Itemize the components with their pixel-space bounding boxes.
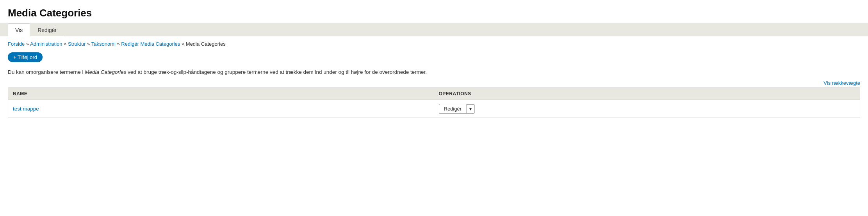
tab-rediger[interactable]: Redigér xyxy=(30,23,64,36)
tabs-bar: Vis Redigér xyxy=(0,23,868,36)
add-word-button[interactable]: + Tilføj ord xyxy=(8,52,43,62)
row-name-link[interactable]: test mappe xyxy=(13,106,39,112)
breadcrumb-link-administration[interactable]: Administration xyxy=(30,41,62,47)
page-title: Media Categories xyxy=(0,0,868,23)
breadcrumb-link-taksonomi[interactable]: Taksonomi xyxy=(91,41,116,47)
breadcrumb-link-rediger-media[interactable]: Redigér Media Categories xyxy=(121,41,180,47)
vis-raekkevaegte-link[interactable]: Vis rækkevægte xyxy=(823,80,860,86)
col-header-operations: OPERATIONS xyxy=(434,88,860,100)
vis-raekkevaegte-row: Vis rækkevægte xyxy=(8,80,860,86)
breadcrumb-link-forside[interactable]: Forside xyxy=(8,41,25,47)
dropdown-arrow-button[interactable]: ▾ xyxy=(466,104,475,114)
rediger-button[interactable]: Redigér xyxy=(439,104,467,114)
row-name-cell: test mappe xyxy=(8,100,434,118)
breadcrumb-link-struktur[interactable]: Struktur xyxy=(68,41,86,47)
tab-vis[interactable]: Vis xyxy=(8,23,30,36)
col-header-name: NAME xyxy=(8,88,434,100)
row-operations-cell: Redigér ▾ xyxy=(434,100,860,118)
breadcrumb: Forside » Administration » Struktur » Ta… xyxy=(8,41,860,47)
table-header-row: NAME OPERATIONS xyxy=(8,88,860,100)
breadcrumb-current: Media Categories xyxy=(186,41,226,47)
description-text: Du kan omorganisere termerne i Media Cat… xyxy=(8,68,860,76)
data-table: NAME OPERATIONS test mappe Redigér ▾ xyxy=(8,87,860,118)
table-row: test mappe Redigér ▾ xyxy=(8,100,860,118)
